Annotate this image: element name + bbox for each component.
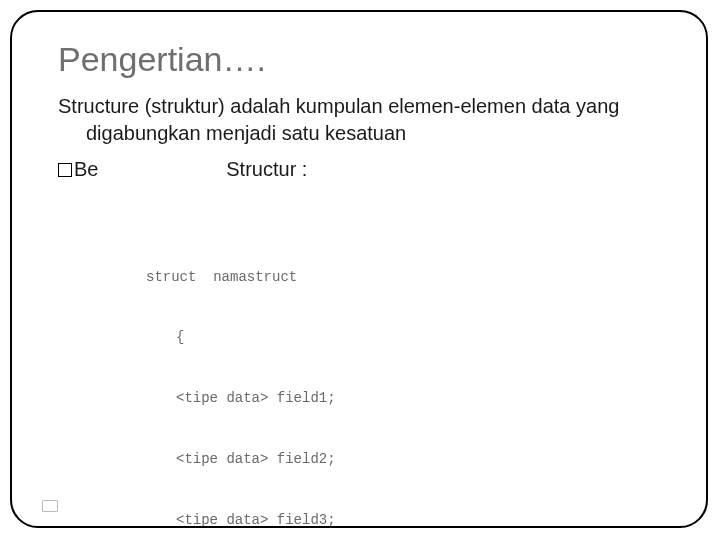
slide-frame: Pengertian…. Structure (struktur) adalah… — [10, 10, 708, 528]
bullet-box-icon — [58, 163, 72, 177]
bullet-text-prefix: Be — [74, 158, 98, 180]
code-line-2: { — [146, 327, 336, 347]
slide-content: Pengertian…. Structure (struktur) adalah… — [12, 12, 706, 183]
definition-paragraph: Structure (struktur) adalah kumpulan ele… — [58, 93, 660, 147]
slide-title: Pengertian…. — [58, 40, 660, 79]
bullet-line: Be Structur : — [58, 155, 660, 183]
code-line-3: <tipe data> field1; — [146, 388, 336, 408]
code-line-4: <tipe data> field2; — [146, 449, 336, 469]
bullet-text-suffix: Structur : — [226, 158, 307, 180]
page-indicator-icon — [42, 500, 58, 512]
code-line-1: struct namastruct — [146, 267, 336, 287]
code-line-5: <tipe data> field3; — [146, 510, 336, 528]
code-snippet: struct namastruct { <tipe data> field1; … — [146, 226, 340, 528]
